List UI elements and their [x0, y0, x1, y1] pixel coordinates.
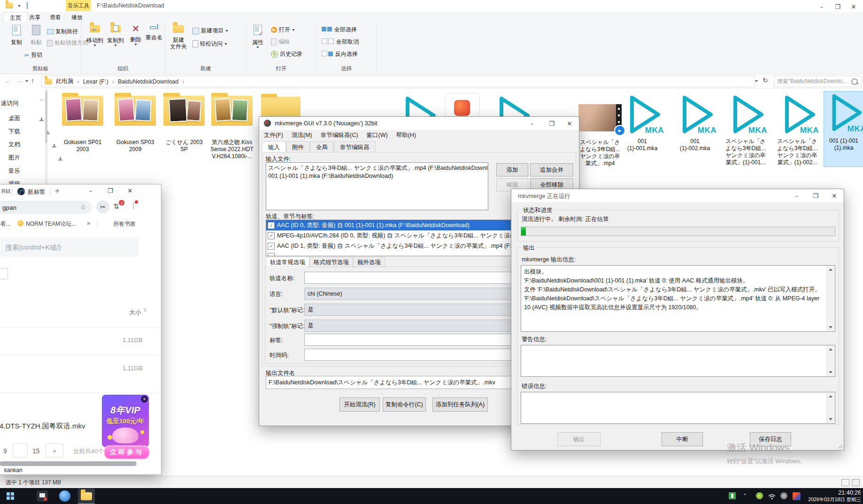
list-file-name[interactable]: 4.DTS-TYZH.国粤双语.mkv — [0, 422, 101, 431]
checkbox-checked-icon[interactable]: ✓ — [268, 243, 275, 250]
new-item-button[interactable]: 新建项目 — [193, 27, 228, 35]
file-item[interactable]: MKA 001 (1)-002.mka — [673, 93, 717, 136]
taskbar-clock[interactable]: 21:40:26 2026年03月18日 星期三 — [807, 489, 861, 503]
address-dropdown-chevron-icon[interactable] — [755, 80, 758, 82]
copy-to-button[interactable]: 复制到 — [106, 25, 125, 46]
nav-item-documents[interactable]: 文档 — [8, 141, 20, 149]
warnings-scrollbar[interactable] — [826, 346, 834, 376]
page-search-box[interactable]: 搜索(control+K或/) — [0, 238, 139, 257]
show-desktop-button[interactable] — [860, 488, 863, 504]
log-scrollbar[interactable] — [826, 266, 834, 331]
antivirus-tray-icon[interactable] — [756, 492, 763, 499]
delete-button[interactable]: ✕ 删除 — [127, 24, 144, 46]
browser-maximize-button[interactable]: ❐ — [103, 184, 118, 197]
errors-scrollbar[interactable] — [826, 393, 834, 423]
nav-item-music[interactable]: 音乐 — [8, 167, 20, 175]
forward-icon[interactable]: → — [15, 76, 22, 84]
start-muxing-button[interactable]: 开始混流(R) — [339, 397, 380, 412]
mute-tray-icon[interactable]: ✕ — [780, 492, 787, 499]
file-item[interactable]: MKA スペシャル「さ よなら3年D組... ヤンクミ涙の卒 業式」(1)-00… — [724, 93, 767, 136]
paste-button[interactable]: 粘贴 — [27, 25, 45, 46]
scroll-down-icon[interactable] — [829, 418, 832, 420]
warnings-textarea[interactable] — [521, 345, 835, 377]
menu-chapter-editor[interactable]: 章节编辑器(C) — [321, 131, 358, 139]
menu-window[interactable]: 窗口(W) — [367, 131, 388, 139]
browser-minimize-button[interactable]: – — [83, 184, 98, 197]
scroll-up-icon[interactable] — [829, 268, 832, 271]
add-button[interactable]: 添加 — [496, 163, 528, 176]
file-item[interactable]: Gokusen SP01 2003 — [62, 96, 103, 126]
file-item[interactable]: ▶ スペシャル「さ よなら3年D組... ヤンクミ涙の卒 業式」.mp4 — [578, 104, 622, 131]
ok-button[interactable]: 确定 — [557, 432, 601, 446]
recent-locations-chevron-icon[interactable] — [25, 80, 28, 82]
select-all-button[interactable]: 全部选择 — [321, 26, 357, 34]
append-button[interactable]: 追加合并 — [530, 163, 573, 176]
edit-button[interactable]: 编辑 — [271, 38, 290, 46]
new-folder-button[interactable]: 新建 文件夹 — [168, 25, 189, 50]
extension-sync-icon[interactable]: ⇅ — [113, 202, 119, 211]
browser-close-button[interactable]: ✕ — [123, 184, 138, 197]
copy-cmdline-button[interactable]: 复制命令行(C) — [383, 397, 426, 412]
explorer-close-button[interactable]: ✕ — [846, 1, 861, 12]
copy-path-button[interactable]: 复制路径 — [47, 28, 78, 36]
menu-help[interactable]: 帮助(H) — [396, 131, 416, 139]
dialog-maximize-button[interactable]: ❐ — [808, 191, 823, 201]
copy-button[interactable]: 复制 — [8, 25, 25, 46]
checkbox-icon[interactable] — [268, 253, 275, 257]
scroll-down-icon[interactable] — [829, 371, 832, 374]
vip-ad[interactable]: × 8年VIP 低至100元/年 — [102, 395, 149, 447]
tab-view[interactable]: 查看 — [50, 14, 61, 22]
invert-selection-button[interactable]: 反向选择 — [321, 50, 358, 58]
collapse-chevron-icon[interactable]: ⌃ — [39, 99, 43, 104]
page-input[interactable] — [13, 443, 28, 458]
up-icon[interactable]: ↑ — [31, 76, 35, 84]
input-file-row[interactable]: スペシャル「さよなら3年D組... ヤンクミ涙の卒業式」.mp4 (F:\Bai… — [266, 163, 488, 172]
tab-play[interactable]: 播放 — [71, 14, 83, 22]
extension-scissors-icon[interactable]: ✂ — [96, 200, 109, 214]
rename-button[interactable]: ▭I 重命名 — [144, 24, 164, 41]
mkvmerge-close-button[interactable]: ✕ — [562, 118, 577, 129]
size-column-header[interactable]: 大小 — [129, 308, 141, 317]
ad-cta-button[interactable]: 立即参与 — [104, 445, 150, 459]
explorer-minimize-button[interactable]: – — [814, 1, 829, 12]
quick-access-toolbar-chevron-icon[interactable] — [18, 5, 21, 7]
all-bookmarks[interactable]: 所有书签 — [113, 220, 136, 228]
dialog-minimize-button[interactable]: – — [789, 191, 804, 201]
address-pill[interactable]: gpan ☆ — [0, 201, 92, 214]
mkvmerge-minimize-button[interactable]: – — [524, 118, 539, 129]
menu-muxing[interactable]: 混流(M) — [292, 131, 312, 139]
explorer-maximize-button[interactable]: ❐ — [830, 1, 845, 12]
page-number[interactable]: 9 — [3, 447, 7, 455]
nav-item-downloads[interactable]: 下载 — [8, 128, 20, 136]
wifi-tray-icon[interactable] — [768, 493, 776, 502]
file-item[interactable]: Gokusen SP03 2009 — [115, 96, 156, 126]
mkvmerge-maximize-button[interactable]: ❐ — [544, 118, 559, 129]
ime-tray-icon[interactable] — [793, 492, 801, 500]
next-page-button[interactable]: » — [46, 443, 63, 458]
usb-tray-icon[interactable] — [729, 492, 736, 499]
taskbar-explorer-icon[interactable] — [78, 489, 95, 504]
add-to-queue-button[interactable]: 添加到任务队列(A) — [432, 397, 488, 412]
ad-close-icon[interactable]: × — [141, 396, 148, 403]
checkbox-checked-icon[interactable]: ✓ — [268, 222, 275, 229]
history-button[interactable]: ↻ 历史记录 — [271, 50, 302, 58]
browser-tab-newtab[interactable]: 新标签 — [28, 188, 48, 196]
bookmarks-overflow-icon[interactable]: » — [87, 219, 91, 227]
dialog-close-button[interactable]: ✕ — [827, 191, 842, 201]
cut-button[interactable]: ✂ 剪切 — [24, 51, 42, 59]
nav-item-desktop[interactable]: 桌面 — [8, 115, 20, 122]
input-files-listbox[interactable]: スペシャル「さよなら3年D組... ヤンクミ涙の卒業式」.mp4 (F:\Bai… — [266, 162, 488, 210]
move-to-button[interactable]: ⇦ 移动到 — [85, 25, 105, 46]
scroll-up-icon[interactable] — [829, 348, 832, 351]
start-button[interactable] — [7, 492, 15, 500]
select-checkbox[interactable] — [0, 268, 8, 279]
file-item[interactable]: MKA スペシャル「さ よなら3年D組... ヤンクミ涙の卒 業式」(1)-00… — [776, 93, 819, 136]
thumbnail-view-icon[interactable] — [852, 479, 860, 486]
browser-tab-fragment[interactable]: RM — [1, 188, 10, 195]
scroll-down-icon[interactable] — [829, 326, 832, 328]
tray-chevron-icon[interactable]: ⌃ — [743, 493, 747, 499]
select-none-button[interactable]: 全部取消 — [321, 38, 359, 46]
nav-item-pictures[interactable]: 图片 — [8, 154, 20, 162]
contextual-tab-group[interactable]: 音乐工具 — [66, 0, 91, 11]
log-textarea[interactable]: 出模块。 'F:\BaiduNetdiskDownload\001 (1)-00… — [521, 265, 835, 332]
